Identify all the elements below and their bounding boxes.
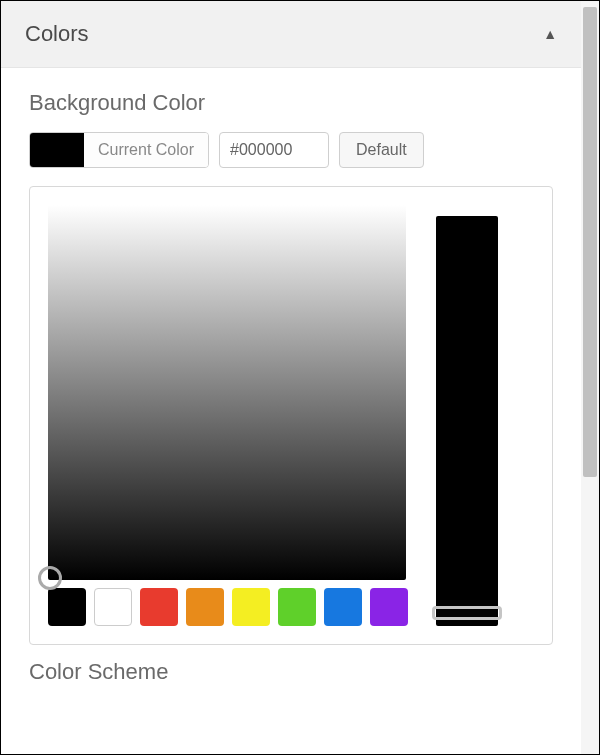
section-title-background: Background Color [29, 90, 553, 116]
current-color-button[interactable]: Current Color [29, 132, 209, 168]
scrollbar-thumb[interactable] [583, 7, 597, 477]
current-color-label: Current Color [84, 133, 208, 167]
panel-title: Colors [25, 21, 89, 47]
color-picker [29, 186, 553, 645]
section-title-color-scheme: Color Scheme [29, 659, 553, 685]
hex-input[interactable] [219, 132, 329, 168]
swatch-red[interactable] [140, 588, 178, 626]
swatch-yellow[interactable] [232, 588, 270, 626]
palette-swatches [48, 588, 408, 626]
panel-header[interactable]: Colors ▲ [1, 1, 581, 68]
swatch-white[interactable] [94, 588, 132, 626]
swatch-black[interactable] [48, 588, 86, 626]
swatch-blue[interactable] [324, 588, 362, 626]
sv-cursor-icon [38, 566, 62, 590]
hue-slider[interactable] [436, 216, 498, 626]
current-color-swatch [30, 133, 84, 167]
swatch-purple[interactable] [370, 588, 408, 626]
collapse-icon[interactable]: ▲ [543, 26, 557, 42]
default-button[interactable]: Default [339, 132, 424, 168]
hue-slider-handle[interactable] [432, 606, 502, 620]
swatch-green[interactable] [278, 588, 316, 626]
scrollbar[interactable] [581, 1, 599, 754]
swatch-orange[interactable] [186, 588, 224, 626]
saturation-value-panel[interactable] [48, 205, 406, 580]
